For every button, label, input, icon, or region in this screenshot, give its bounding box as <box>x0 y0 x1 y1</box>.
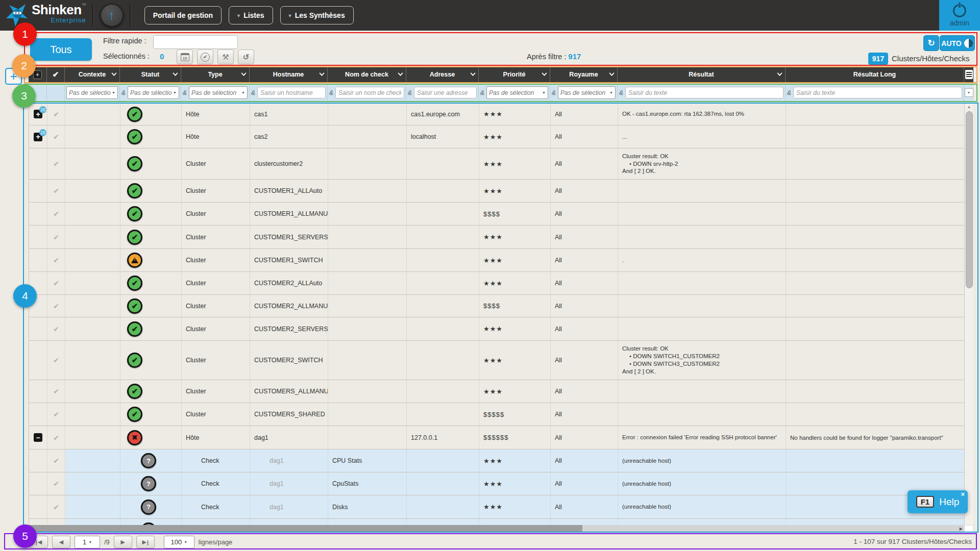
filter-input-r-sultat-long[interactable] <box>793 87 962 98</box>
horizontal-scrollbar[interactable]: ▶ <box>29 525 964 533</box>
column-header-hostname[interactable]: Hostname <box>250 66 328 83</box>
chevron-down-icon[interactable] <box>173 72 178 76</box>
row-select-cell[interactable]: ✔ <box>47 426 65 449</box>
row-select-cell[interactable]: ✔ <box>47 317 65 340</box>
scroll-right-icon[interactable]: ▶ <box>960 527 963 531</box>
column-header-r-sultat-long[interactable]: Résultat Long <box>786 66 964 83</box>
menu-listes[interactable]: ▾Listes <box>229 6 273 24</box>
row-select-cell[interactable]: ✔ <box>47 519 65 525</box>
help-widget[interactable]: F1 Help × <box>908 490 968 513</box>
acknowledge-button[interactable]: ✔ <box>197 49 213 64</box>
select-all-cell[interactable]: ✔ <box>47 66 65 83</box>
row-select-cell[interactable]: ✔ <box>47 272 65 294</box>
row-select-cell[interactable]: ✔ <box>47 203 65 225</box>
column-menu-cell[interactable] <box>964 66 973 83</box>
row-select-cell[interactable]: ✔ <box>47 403 65 425</box>
table-row[interactable]: ✔✔ClusterCUSTOMER1_ALLAuto★★★All <box>29 180 965 203</box>
table-row[interactable]: ✔✔ClusterCUSTOMER2_ALLMANU$$$$All <box>29 295 965 317</box>
scroll-up-icon[interactable]: ▲ <box>965 105 973 109</box>
row-select-cell[interactable]: ✔ <box>47 341 65 380</box>
undo-button[interactable]: ↺ <box>238 49 254 64</box>
table-row[interactable]: ✔✔ClusterCUSTOMERS_ALLMANU★★★All <box>29 380 965 403</box>
row-select-cell[interactable]: ✔ <box>47 249 65 271</box>
table-row[interactable]: ✔✔ClusterCUSTOMER2_ALLAuto★★★All <box>29 272 965 295</box>
filter-input-r-sultat[interactable] <box>625 87 783 98</box>
table-row[interactable]: ✔✔ClusterCUSTOMERS_SHARED$$$$$All <box>29 403 965 426</box>
table-row[interactable]: ✔✔ClusterCUSTOMER1_ALLMANU$$$$All <box>29 203 965 226</box>
chevron-down-icon[interactable] <box>542 72 547 76</box>
hostname-cell: CUSTOMER2_ALLMANU <box>250 295 328 317</box>
menu-portail-de-gestion[interactable]: Portail de gestion <box>144 6 222 24</box>
table-row[interactable]: ✔✔ClusterCUSTOMER2_SWITCH★★★AllCluster r… <box>29 341 965 380</box>
filter-menu-icon[interactable]: ▼ <box>965 88 973 97</box>
table-row[interactable]: ✔✔Clusterclustercustomer2★★★AllCluster r… <box>29 148 965 180</box>
chevron-down-icon[interactable] <box>241 72 247 76</box>
column-header-priorit-[interactable]: Priorité <box>479 66 550 83</box>
scroll-top-button[interactable]: ↑ <box>100 4 124 27</box>
last-page-button[interactable]: ▶| <box>136 536 155 548</box>
column-header-nom-de-check[interactable]: Nom de check <box>328 66 406 83</box>
chevron-down-icon[interactable] <box>398 72 403 76</box>
close-icon[interactable]: × <box>961 490 965 498</box>
row-select-cell[interactable]: ✔ <box>47 180 65 202</box>
table-row[interactable]: ✔?Checkdag1CPU Stats★★★All(unreachable h… <box>29 449 965 472</box>
user-menu[interactable]: admin <box>939 0 980 31</box>
auto-refresh-toggle[interactable]: AUTO <box>940 35 975 51</box>
column-header-contexte[interactable]: Contexte <box>65 66 120 83</box>
table-row[interactable]: ✔?Checkdag1CpuStats★★★All(unreachable ho… <box>29 472 965 495</box>
filter-select-priorit-[interactable]: Pas de sélection▼ <box>486 86 548 99</box>
row-select-cell[interactable]: ✔ <box>47 472 65 495</box>
column-header-royaume[interactable]: Royaume <box>550 66 618 83</box>
quick-filter-input[interactable] <box>153 35 238 49</box>
check-name-cell <box>328 426 407 449</box>
table-row[interactable]: +15✔✔Hôtecas2localhost★★★All... <box>29 126 965 148</box>
row-select-cell[interactable]: ✔ <box>47 449 65 472</box>
prev-page-button[interactable]: ◀ <box>52 536 70 548</box>
table-row[interactable]: −✔✖Hôtedag1127.0.0.1$$$$$$AllError : con… <box>29 426 965 449</box>
table-row[interactable]: +15✔✔Hôtecas1cas1.europe.com★★★AllOK - c… <box>29 103 965 126</box>
row-select-cell[interactable]: ✔ <box>47 226 65 248</box>
chevron-down-icon[interactable] <box>111 72 117 76</box>
chevron-down-icon[interactable] <box>319 72 325 76</box>
table-row[interactable]: ✔!ClusterCUSTOMER1_SWITCH★★★All. <box>29 249 965 272</box>
next-page-button[interactable]: ▶ <box>114 536 132 548</box>
filter-select-statut[interactable]: Pas de sélection▼ <box>128 86 179 99</box>
row-select-cell[interactable]: ✔ <box>47 295 65 317</box>
collapse-icon[interactable]: − <box>34 433 42 442</box>
horizontal-scrollbar-thumb[interactable] <box>29 525 582 533</box>
filter-input-nom-de-check[interactable] <box>335 87 404 98</box>
chevron-down-icon[interactable] <box>470 72 476 76</box>
column-header-statut[interactable]: Statut <box>120 66 181 83</box>
column-header-type[interactable]: Type <box>181 66 250 83</box>
expand-icon[interactable]: +15 <box>34 110 42 118</box>
table-row[interactable]: ✔?Checkdag1Disks★★★All(unreachable host) <box>29 495 965 519</box>
page-select[interactable]: 1▼ <box>75 536 100 548</box>
menu-les-syntheses[interactable]: ▾Les Synthèses <box>280 6 354 24</box>
filter-select-type[interactable]: Pas de sélection▼ <box>189 86 248 99</box>
filter-select-contexte[interactable]: Pas de sélection▼ <box>66 86 118 99</box>
row-select-cell[interactable]: ✔ <box>47 495 65 518</box>
filter-select-royaume[interactable]: Pas de sélection▼ <box>558 86 616 99</box>
row-select-cell[interactable]: ✔ <box>47 380 65 403</box>
table-row[interactable]: ✔✔ClusterCUSTOMER1_SERVERS★★★All <box>29 226 965 249</box>
filter-input-hostname[interactable] <box>257 87 326 98</box>
table-row[interactable]: ✔✔ClusterCUSTOMER2_SERVERS★★★All <box>29 317 965 341</box>
tab-tous[interactable]: Tous <box>30 38 92 61</box>
column-header-adresse[interactable]: Adresse <box>406 66 479 83</box>
chevron-down-icon[interactable] <box>777 72 782 76</box>
expand-icon[interactable]: +15 <box>34 133 42 141</box>
table-row[interactable]: ✔?Checkdag1Disk Stats★★★All(unreachable … <box>29 519 965 525</box>
refresh-button[interactable]: ↻ <box>923 35 939 51</box>
chevron-down-icon[interactable] <box>609 72 615 76</box>
filter-spacer <box>47 84 65 102</box>
filter-input-adresse[interactable] <box>414 87 477 98</box>
tools-button[interactable]: ⚒ <box>217 49 234 64</box>
per-page-select[interactable]: 100▼ <box>164 536 194 548</box>
vertical-scrollbar[interactable]: ▲ <box>964 103 973 525</box>
column-header-r-sultat[interactable]: Résultat <box>618 66 786 83</box>
schedule-button[interactable]: 15 <box>177 49 193 64</box>
row-select-cell[interactable]: ✔ <box>47 126 65 148</box>
vertical-scrollbar-thumb[interactable] <box>966 111 973 288</box>
row-select-cell[interactable]: ✔ <box>47 103 65 125</box>
row-select-cell[interactable]: ✔ <box>47 148 65 179</box>
